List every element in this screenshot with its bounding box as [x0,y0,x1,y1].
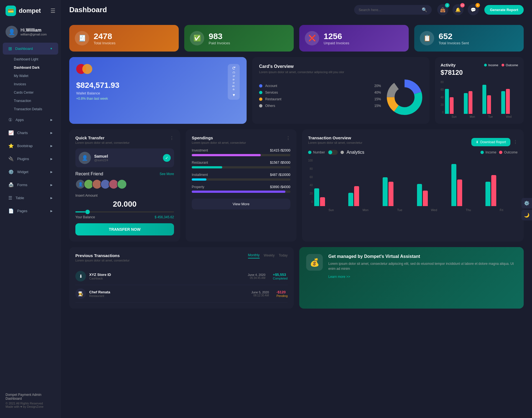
spending-bar-bg-1 [192,166,290,168]
balance-row: Your Balance $ 456,345.62 [75,215,174,219]
sidebar-item-table[interactable]: ☰ Table ▶ [3,192,58,204]
theme-side-btn[interactable]: 🌙 [521,210,532,220]
sidebar-sub-transaction[interactable]: Transaction [0,97,61,105]
sidebar-item-dashboard[interactable]: ⊞ Dashboard ▼ [3,43,58,55]
sidebar-sub-invoices[interactable]: Invoices [0,80,61,88]
user-section: 👤 Hi,William william@gmail.com [0,22,61,42]
tx-more-icon[interactable]: ⋮ [513,139,518,145]
account-dot [259,84,262,88]
settings-side-btn[interactable]: ⚙️ [521,198,532,208]
total-invoices-info: 2478 Total Invoices [94,32,116,45]
prev-tx-title: Previous Transactions [75,253,130,258]
spending-header-0: Investment $1415 /$2000 [192,148,290,152]
mastercard-circles [76,64,92,74]
menu-icon[interactable]: ☰ [50,7,55,14]
person-name: Samuel [94,154,108,158]
outcome-dot [502,64,504,66]
number-dot [308,151,311,154]
forms-icon: 🖨️ [8,182,14,188]
tx-time-0: 05:34:45 AM [248,276,265,279]
bell-icon-btn[interactable]: 🔔 12 [452,4,464,15]
spending-bar-bg-2 [192,178,290,181]
overview-content: Account 20% Services 40% Restaurant 15% [259,79,423,115]
outcome-bar [469,91,472,114]
tab-monthly[interactable]: Monthly [248,253,260,258]
va-description: Lorem ipsum dolor sit amet, consectetur … [328,261,517,271]
outcome-filter-dot [499,151,502,154]
tx-name-0: XYZ Store ID [89,273,111,277]
tx-status-1: Pending [277,294,288,298]
sidebar-item-bootstrap[interactable]: ⭐ Bootstrap ▶ [3,140,58,152]
sidebar-sub-dashboard-dark[interactable]: Dashboard Dark [0,63,61,72]
download-report-button[interactable]: ⬇ Download Report [471,138,510,146]
va-title: Get managed by Dompet's Virtual Assistan… [328,254,517,259]
outcome-big-bar [491,175,496,206]
sidebar-item-widget[interactable]: ⚙️ Widget ▶ [3,166,58,178]
sidebar-sub-transaction-details[interactable]: Transaction Details [0,105,61,113]
sidebar-sub-dashboard-light[interactable]: Dashboard Light [0,55,61,63]
outcome-big-bar [354,186,359,206]
income-bar [464,93,468,114]
chevron-down-icon: ▼ [50,47,53,50]
income-big-bar [451,164,456,206]
transfer-now-button[interactable]: TRANSFER NOW [75,223,174,235]
sidebar-item-label: Pages [17,209,27,213]
big-bar-chart [314,162,518,206]
download-icon: ⬇ [476,140,479,144]
outcome-filter: Outcome [499,150,518,154]
plugins-icon: 🔌 [8,156,14,161]
income-filter: Income [480,150,496,154]
bar-labels: Sun Mon Tue Wed [445,115,518,118]
search-icon[interactable]: 🔍 [422,7,427,12]
charts-icon: 📈 [8,130,14,135]
footer-made-with: Made with ♥ by DesignZone [6,405,55,408]
sidebar-sub-cards-center[interactable]: Cards Center [0,88,61,97]
tx-details-1: Chef Renata Restaurant [89,290,110,298]
sidebar-sub-my-wallet[interactable]: My Wallet [0,72,61,80]
moon-icon: 🌙 [524,212,530,218]
sidebar-item-charts[interactable]: 📈 Charts ▶ [3,127,58,139]
view-more-button[interactable]: View More [192,199,290,209]
activity-chart-wrapper: 80 60 40 20 0 [441,81,518,118]
va-learn-more-link[interactable]: Learn more >> [328,275,350,279]
person-avatar: 👤 [79,152,91,164]
bell-badge: 12 [460,3,465,7]
sidebar-item-pages[interactable]: 📄 Pages ▶ [3,205,58,217]
unpaid-invoices-number: 1256 [324,32,349,41]
tab-weekly[interactable]: Weekly [264,253,275,258]
analytics-toggle[interactable] [328,150,338,155]
see-more-link[interactable]: See More [160,172,174,176]
prev-tx-subtitle: Lorem ipsum dolor sit amet, consectetur [75,259,130,262]
sp-subtitle: Lorem ipsum dolor sit amet, consectetur [192,141,246,144]
sidebar: 💳 dompet ☰ 👤 Hi,William william@gmail.co… [0,0,61,418]
income-big-bar [485,182,490,206]
outcome-big-bar [423,191,428,206]
change-button[interactable]: ↻ C h a n g e ▾ [228,64,240,100]
tx-amount-0: +$5,553 [273,273,288,277]
stat-card-total-invoices: 🧾 2478 Total Invoices [69,25,179,52]
bar-group-1 [464,91,481,114]
search-input[interactable] [359,8,419,12]
qt-more-icon[interactable]: ⋮ [170,135,174,141]
tx-date-1: June 5, 2020 [251,291,269,294]
sidebar-item-forms[interactable]: 🖨️ Forms ▶ [3,179,58,191]
chat-icon-btn[interactable]: 💬 8 [468,4,479,15]
chevron-right-icon: ▶ [50,183,53,186]
bar-group-2 [482,85,499,114]
sidebar-item-apps[interactable]: ① Apps ▶ [3,114,58,126]
bag-icon: 👜 [440,7,446,12]
big-y-axis: 100 80 60 40 20 0 [308,159,314,203]
sidebar-item-plugins[interactable]: 🔌 Plugins ▶ [3,153,58,165]
generate-report-button[interactable]: Generate Report [484,5,524,15]
change-btn-label: C [232,71,236,74]
bag-icon-btn[interactable]: 👜 2 [437,4,448,15]
y-axis: 80 60 40 20 0 [441,81,445,114]
sp-more-icon[interactable]: ⋮ [286,135,290,141]
footer-title: Dompet Payment Admin Dashboard [6,393,55,401]
legend-account: Account 20% [259,84,381,88]
tab-today[interactable]: Today [279,253,288,258]
slider-thumb [85,210,90,214]
logo-icon: 💳 [6,6,16,16]
amount-slider[interactable] [75,211,174,212]
bar-group-3 [501,89,518,114]
